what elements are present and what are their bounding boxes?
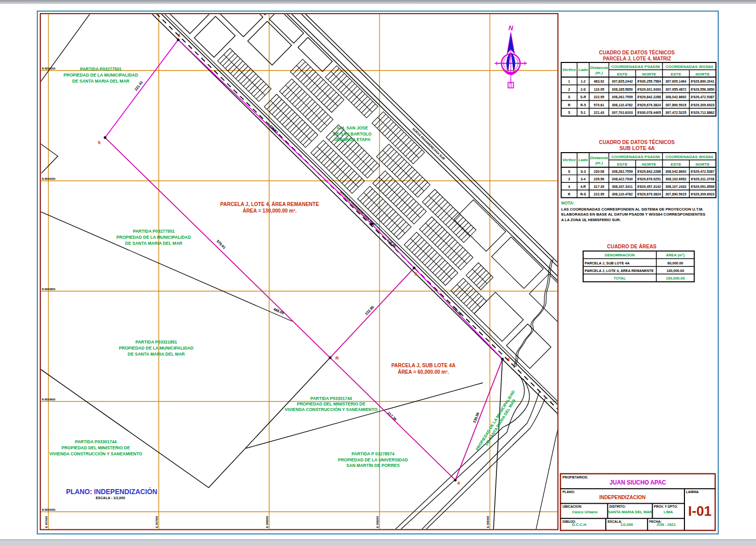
svg-text:130,000.00: 130,000.00 (666, 269, 684, 273)
svg-text:DE SANTA MARIA DEL MAR: DE SANTA MARIA DEL MAR (128, 352, 184, 357)
svg-text:1: 1 (178, 32, 181, 38)
svg-text:COORDENADAS PSAD56: COORDENADAS PSAD56 (611, 64, 660, 69)
svg-text:SEGUNDA ETAPA: SEGUNDA ETAPA (334, 137, 370, 142)
svg-text:8'629,921.9393: 8'629,921.9393 (637, 88, 661, 92)
svg-text:Casco Urbano: Casco Urbano (572, 510, 598, 514)
svg-text:Lado: Lado (578, 67, 588, 72)
svg-text:CUADRO DE DATOS TÉCNICOS: CUADRO DE DATOS TÉCNICOS (599, 49, 675, 55)
svg-text:(m.): (m.) (595, 71, 603, 75)
svg-text:8'630,078.4405: 8'630,078.4405 (637, 111, 661, 115)
svg-text:PROPIEDAD DE LA MUNICIPALIDAD: PROPIEDAD DE LA MUNICIPALIDAD (64, 73, 138, 78)
svg-text:307,835.2442: 307,835.2442 (612, 80, 633, 84)
svg-text:UBICACION:: UBICACION: (562, 505, 582, 508)
svg-text:E 307800: E 307800 (155, 516, 158, 528)
svg-text:PLANO: INDEPENDIZACIÓN: PLANO: INDEPENDIZACIÓN (66, 487, 157, 496)
svg-text:A LA ZONA 18, HEMISFERIO SUR.: A LA ZONA 18, HEMISFERIO SUR. (561, 218, 621, 222)
svg-text:308,337.3411: 308,337.3411 (612, 185, 633, 189)
svg-text:E 308200: E 308200 (376, 516, 379, 528)
svg-text:5-1: 5-1 (581, 111, 586, 114)
svg-text:308,107.2433: 308,107.2433 (665, 185, 686, 189)
svg-text:8'629,309.6923: 8'629,309.6923 (691, 103, 715, 107)
svg-text:S: S (414, 271, 417, 277)
svg-text:SUB LOTE 4A: SUB LOTE 4A (619, 145, 655, 151)
svg-text:1: 1 (568, 80, 570, 83)
svg-text:2: 2 (568, 88, 570, 91)
svg-text:I-01: I-01 (688, 504, 712, 519)
svg-text:8'629,679.3824: 8'629,679.3824 (637, 103, 661, 107)
svg-text:PROPIEDAD DE LA MUNICIPALIDAD: PROPIEDAD DE LA MUNICIPALIDAD (119, 346, 194, 351)
svg-text:221.43: 221.43 (594, 111, 604, 114)
svg-text:308,262.7559: 308,262.7559 (612, 95, 633, 99)
svg-text:S-R: S-R (580, 95, 586, 99)
svg-text:308,110.4782: 308,110.4782 (612, 103, 633, 107)
svg-text:N 8629600: N 8629600 (42, 398, 55, 401)
svg-text:ESTE: ESTE (617, 162, 628, 167)
svg-text:235.56: 235.56 (594, 177, 604, 181)
svg-text:S: S (568, 170, 571, 173)
svg-text:NORTE: NORTE (642, 162, 657, 167)
svg-text:Vertice: Vertice (562, 158, 576, 162)
svg-text:1-2: 1-2 (581, 80, 586, 83)
svg-text:SANTA MARIA DEL MAR: SANTA MARIA DEL MAR (608, 510, 652, 514)
svg-text:ESTE: ESTE (617, 72, 628, 77)
svg-text:307,605.1464: 307,605.1464 (665, 80, 686, 84)
svg-text:COORDENADAS WGS84: COORDENADAS WGS84 (666, 64, 713, 69)
svg-text:ÁREA = 130,000.00 m².: ÁREA = 130,000.00 m². (242, 208, 296, 214)
svg-text:8'630,255.7584: 8'630,255.7584 (637, 80, 661, 84)
svg-text:308,185.5850: 308,185.5850 (612, 88, 633, 92)
svg-text:PLANO:: PLANO: (562, 490, 575, 494)
svg-text:VIVIENDA CONSTRUCCIÓN Y SANEAM: VIVIENDA CONSTRUCCIÓN Y SANEAMIENTO (49, 451, 143, 456)
svg-text:PARTIDA P03277501: PARTIDA P03277501 (80, 66, 122, 72)
svg-text:3: 3 (568, 177, 570, 181)
svg-text:ELABORADAS EN BASE AL DATUM PS: ELABORADAS EN BASE AL DATUM PSAD56 Y WGS… (561, 212, 706, 217)
svg-text:8'629,091.8599: 8'629,091.8599 (691, 185, 715, 189)
svg-text:PROV. Y DPTO:: PROV. Y DPTO: (654, 505, 678, 508)
svg-text:8'629,472.5387: 8'629,472.5387 (691, 170, 715, 174)
svg-text:DENOMINACION: DENOMINACION (605, 253, 635, 257)
svg-text:8'629,842.2288: 8'629,842.2288 (637, 170, 661, 174)
svg-text:2-S: 2-S (581, 88, 586, 91)
svg-text:ESTE: ESTE (671, 72, 682, 77)
svg-text:307,955.4872: 307,955.4872 (665, 88, 686, 92)
svg-text:LIMA: LIMA (664, 510, 673, 514)
svg-text:NOTA:: NOTA: (561, 200, 575, 206)
svg-text:8'629,309.6923: 8'629,309.6923 (691, 192, 715, 196)
svg-text:Lado: Lado (578, 158, 588, 162)
svg-text:308,042.8692: 308,042.8692 (665, 95, 686, 99)
svg-text:PROPIEDAD DE LA MUNICIPALIDAD: PROPIEDAD DE LA MUNICIPALIDAD (116, 235, 191, 240)
svg-text:ESTE: ESTE (671, 162, 682, 167)
svg-text:PROPIEDAD DE LA UNIVERSIDAD: PROPIEDAD DE LA UNIVERSIDAD (338, 457, 408, 462)
svg-text:PROPIEDAD DEL MINISTERIO DE: PROPIEDAD DEL MINISTERIO DE (61, 445, 130, 450)
svg-text:N 8629800: N 8629800 (42, 288, 55, 291)
svg-text:5: 5 (568, 111, 570, 114)
svg-text:R: R (568, 103, 571, 107)
svg-text:N 8630000: N 8630000 (42, 177, 55, 180)
svg-text:308,110.4782: 308,110.4782 (612, 192, 633, 196)
svg-text:8'629,679.3824: 8'629,679.3824 (637, 192, 661, 196)
svg-text:8'629,712.8862: 8'629,712.8862 (691, 111, 715, 115)
svg-text:308,422.7930: 308,422.7930 (612, 177, 633, 181)
svg-text:4: 4 (568, 185, 570, 188)
svg-text:8'629,842.2288: 8'629,842.2288 (637, 95, 661, 99)
svg-text:ÁREA = 60,000.00 m².: ÁREA = 60,000.00 m². (398, 369, 449, 375)
svg-text:Distancia: Distancia (590, 156, 608, 160)
svg-text:PARCELA J, SUB LOTE 4A: PARCELA J, SUB LOTE 4A (585, 261, 629, 265)
svg-text:3-4: 3-4 (581, 177, 586, 181)
svg-text:4-R: 4-R (581, 185, 586, 188)
svg-text:307,472.5225: 307,472.5225 (665, 111, 686, 115)
svg-text:PARCELA J, LOTE 4, ÁREA REMANE: PARCELA J, LOTE 4, ÁREA REMANENTE (220, 201, 319, 207)
svg-text:PARTIDA P03301744: PARTIDA P03301744 (310, 396, 352, 401)
svg-text:N 8629400: N 8629400 (42, 508, 55, 511)
svg-text:DISTRITO:: DISTRITO: (609, 505, 625, 508)
svg-text:D.C.C.H.: D.C.C.H. (572, 522, 587, 527)
svg-text:PARCELA J, LOTE 4, ÁREA REMANE: PARCELA J, LOTE 4, ÁREA REMANENTE (585, 268, 654, 273)
svg-text:R: R (568, 192, 571, 196)
svg-text:307,702.6203: 307,702.6203 (612, 111, 633, 115)
svg-text:PARTIDA P03277501: PARTIDA P03277501 (133, 229, 175, 234)
svg-text:CUADRO DE ÁREAS: CUADRO DE ÁREAS (607, 243, 657, 249)
svg-text:COORDENADAS WGS84: COORDENADAS WGS84 (666, 155, 713, 159)
svg-text:PARTIDA P03321851: PARTIDA P03321851 (136, 339, 177, 345)
svg-text:A.H. SAN JOSE: A.H. SAN JOSE (337, 125, 368, 130)
svg-text:8'629,890.2041: 8'629,890.2041 (691, 80, 715, 84)
svg-text:PARTIDA P03301744: PARTIDA P03301744 (75, 439, 117, 444)
